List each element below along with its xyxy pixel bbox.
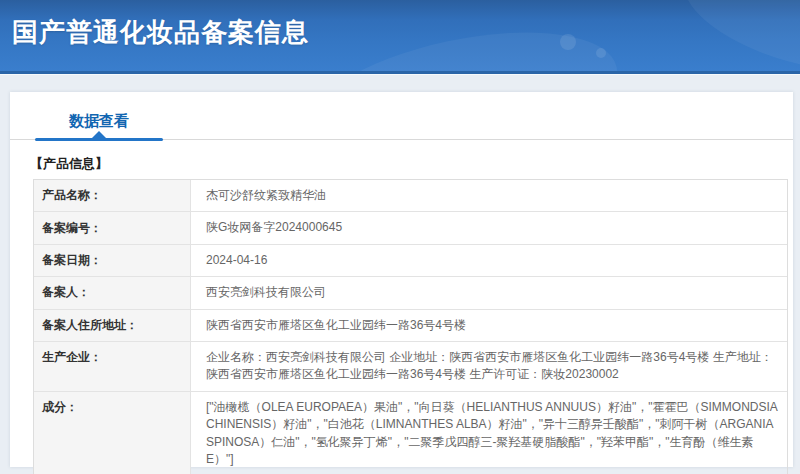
- page-banner: 国产普通化妆品备案信息: [0, 0, 800, 74]
- row-value: 2024-04-16: [191, 245, 787, 276]
- product-info-table: 产品名称： 杰可沙舒纹紧致精华油 备案编号： 陕G妆网备字2024000645 …: [33, 179, 788, 474]
- content-panel: 数据查看 【产品信息】 产品名称： 杰可沙舒纹紧致精华油 备案编号： 陕G妆网备…: [10, 92, 793, 467]
- banner-decoration: [671, 0, 800, 74]
- table-row-manufacturer: 生产企业： 企业名称：西安亮剑科技有限公司 企业地址：陕西省西安市雁塔区鱼化工业…: [34, 342, 787, 392]
- tab-active-pointer-icon: [92, 131, 106, 138]
- row-value: 陕西省西安市雁塔区鱼化工业园纬一路36号4号楼: [191, 310, 787, 341]
- row-value: 西安亮剑科技有限公司: [191, 277, 787, 308]
- row-label: 备案编号：: [34, 212, 191, 243]
- product-info-section-title: 【产品信息】: [30, 155, 793, 173]
- tab-active-underline: [35, 138, 163, 141]
- row-label: 成分：: [34, 392, 191, 474]
- page-title: 国产普通化妆品备案信息: [12, 15, 309, 50]
- banner-decoration: [560, 34, 576, 50]
- table-row-product-name: 产品名称： 杰可沙舒纹紧致精华油: [34, 180, 787, 212]
- row-label: 备案人：: [34, 277, 191, 308]
- banner-decoration: [291, 8, 629, 74]
- row-value: ["油橄榄（OLEA EUROPAEA）果油"，"向日葵（HELIANTHUS …: [191, 392, 787, 474]
- table-row-ingredients: 成分： ["油橄榄（OLEA EUROPAEA）果油"，"向日葵（HELIANT…: [34, 392, 787, 474]
- row-label: 生产企业：: [34, 342, 191, 391]
- table-row-filing-date: 备案日期： 2024-04-16: [34, 245, 787, 277]
- row-value: 陕G妆网备字2024000645: [191, 212, 787, 243]
- table-row-filer-address: 备案人住所地址： 陕西省西安市雁塔区鱼化工业园纬一路36号4号楼: [34, 310, 787, 342]
- banner-decoration: [596, 48, 606, 58]
- row-label: 产品名称：: [34, 180, 191, 211]
- row-label: 备案人住所地址：: [34, 310, 191, 341]
- table-row-filer: 备案人： 西安亮剑科技有限公司: [34, 277, 787, 309]
- table-row-filing-number: 备案编号： 陕G妆网备字2024000645: [34, 212, 787, 244]
- row-value: 企业名称：西安亮剑科技有限公司 企业地址：陕西省西安市雁塔区鱼化工业园纬一路36…: [191, 342, 787, 391]
- row-value: 杰可沙舒纹紧致精华油: [191, 180, 787, 211]
- row-label: 备案日期：: [34, 245, 191, 276]
- tab-bar: 数据查看: [10, 92, 793, 141]
- tab-data-view[interactable]: 数据查看: [35, 112, 163, 139]
